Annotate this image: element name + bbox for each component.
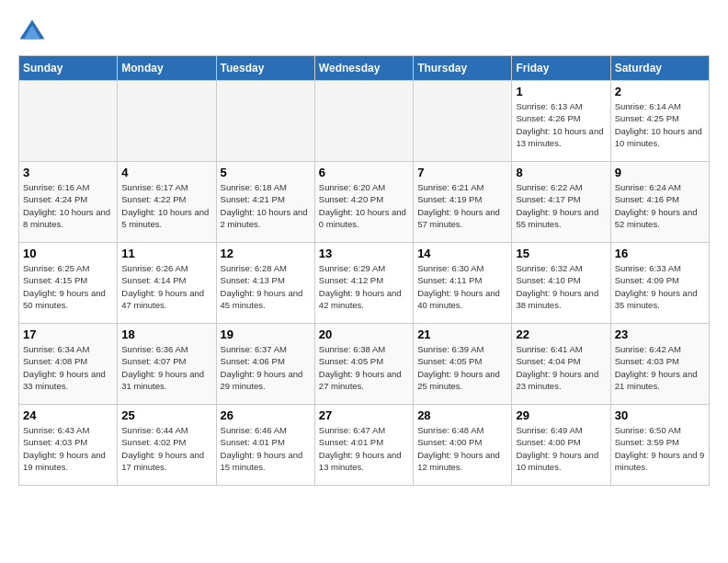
calendar-cell: 17Sunrise: 6:34 AM Sunset: 4:08 PM Dayli… xyxy=(19,324,118,405)
page-header xyxy=(18,18,710,46)
day-info: Sunrise: 6:20 AM Sunset: 4:20 PM Dayligh… xyxy=(319,181,409,230)
day-number: 20 xyxy=(319,327,409,341)
day-number: 12 xyxy=(221,247,311,260)
day-number: 5 xyxy=(221,166,311,179)
day-info: Sunrise: 6:34 AM Sunset: 4:08 PM Dayligh… xyxy=(23,343,113,392)
calendar-cell: 13Sunrise: 6:29 AM Sunset: 4:12 PM Dayli… xyxy=(314,243,413,324)
calendar-cell: 6Sunrise: 6:20 AM Sunset: 4:20 PM Daylig… xyxy=(314,162,413,243)
day-number: 21 xyxy=(417,327,507,341)
calendar-cell: 1Sunrise: 6:13 AM Sunset: 4:26 PM Daylig… xyxy=(512,81,610,162)
calendar-cell: 24Sunrise: 6:43 AM Sunset: 4:03 PM Dayli… xyxy=(19,405,118,486)
day-number: 26 xyxy=(221,408,311,422)
day-number: 11 xyxy=(121,247,211,260)
day-info: Sunrise: 6:42 AM Sunset: 4:03 PM Dayligh… xyxy=(615,343,705,392)
calendar-cell: 11Sunrise: 6:26 AM Sunset: 4:14 PM Dayli… xyxy=(118,243,216,324)
logo xyxy=(18,18,50,46)
day-number: 4 xyxy=(121,166,211,179)
day-info: Sunrise: 6:17 AM Sunset: 4:22 PM Dayligh… xyxy=(121,181,211,230)
calendar-cell: 12Sunrise: 6:28 AM Sunset: 4:13 PM Dayli… xyxy=(216,243,314,324)
calendar-cell: 26Sunrise: 6:46 AM Sunset: 4:01 PM Dayli… xyxy=(216,405,314,486)
calendar-cell: 22Sunrise: 6:41 AM Sunset: 4:04 PM Dayli… xyxy=(512,324,610,405)
day-number: 2 xyxy=(615,85,705,98)
day-number: 18 xyxy=(121,327,211,341)
day-info: Sunrise: 6:24 AM Sunset: 4:16 PM Dayligh… xyxy=(615,181,705,230)
day-info: Sunrise: 6:33 AM Sunset: 4:09 PM Dayligh… xyxy=(615,262,705,311)
calendar-cell: 20Sunrise: 6:38 AM Sunset: 4:05 PM Dayli… xyxy=(314,324,413,405)
day-info: Sunrise: 6:47 AM Sunset: 4:01 PM Dayligh… xyxy=(319,424,409,473)
calendar-cell: 23Sunrise: 6:42 AM Sunset: 4:03 PM Dayli… xyxy=(610,324,709,405)
day-info: Sunrise: 6:36 AM Sunset: 4:07 PM Dayligh… xyxy=(121,343,211,392)
calendar-cell: 30Sunrise: 6:50 AM Sunset: 3:59 PM Dayli… xyxy=(610,405,709,486)
day-info: Sunrise: 6:14 AM Sunset: 4:25 PM Dayligh… xyxy=(615,100,705,149)
calendar-cell: 19Sunrise: 6:37 AM Sunset: 4:06 PM Dayli… xyxy=(216,324,314,405)
calendar-week-row: 1Sunrise: 6:13 AM Sunset: 4:26 PM Daylig… xyxy=(19,81,710,162)
day-info: Sunrise: 6:16 AM Sunset: 4:24 PM Dayligh… xyxy=(23,181,113,230)
calendar-cell xyxy=(19,81,118,162)
day-number: 1 xyxy=(516,85,606,98)
calendar-cell: 16Sunrise: 6:33 AM Sunset: 4:09 PM Dayli… xyxy=(610,243,709,324)
day-number: 23 xyxy=(615,327,705,341)
day-info: Sunrise: 6:46 AM Sunset: 4:01 PM Dayligh… xyxy=(221,424,311,473)
day-number: 9 xyxy=(615,166,705,179)
calendar-cell: 21Sunrise: 6:39 AM Sunset: 4:05 PM Dayli… xyxy=(414,324,512,405)
calendar-cell: 8Sunrise: 6:22 AM Sunset: 4:17 PM Daylig… xyxy=(512,162,610,243)
calendar-cell xyxy=(314,81,413,162)
day-info: Sunrise: 6:44 AM Sunset: 4:02 PM Dayligh… xyxy=(121,424,211,473)
calendar-cell: 3Sunrise: 6:16 AM Sunset: 4:24 PM Daylig… xyxy=(19,162,118,243)
day-info: Sunrise: 6:48 AM Sunset: 4:00 PM Dayligh… xyxy=(417,424,507,473)
day-info: Sunrise: 6:21 AM Sunset: 4:19 PM Dayligh… xyxy=(417,181,507,230)
day-info: Sunrise: 6:30 AM Sunset: 4:11 PM Dayligh… xyxy=(417,262,507,311)
day-info: Sunrise: 6:28 AM Sunset: 4:13 PM Dayligh… xyxy=(221,262,311,311)
calendar-cell: 7Sunrise: 6:21 AM Sunset: 4:19 PM Daylig… xyxy=(414,162,512,243)
calendar-table: SundayMondayTuesdayWednesdayThursdayFrid… xyxy=(18,55,710,486)
calendar-cell: 4Sunrise: 6:17 AM Sunset: 4:22 PM Daylig… xyxy=(118,162,216,243)
calendar-cell: 5Sunrise: 6:18 AM Sunset: 4:21 PM Daylig… xyxy=(216,162,314,243)
day-number: 8 xyxy=(516,166,606,179)
calendar-cell xyxy=(118,81,216,162)
day-info: Sunrise: 6:18 AM Sunset: 4:21 PM Dayligh… xyxy=(221,181,311,230)
calendar-cell: 18Sunrise: 6:36 AM Sunset: 4:07 PM Dayli… xyxy=(118,324,216,405)
day-number: 25 xyxy=(121,408,211,422)
calendar-cell: 2Sunrise: 6:14 AM Sunset: 4:25 PM Daylig… xyxy=(610,81,709,162)
calendar-week-row: 24Sunrise: 6:43 AM Sunset: 4:03 PM Dayli… xyxy=(19,405,710,486)
weekday-header: Wednesday xyxy=(314,56,413,81)
day-number: 28 xyxy=(417,408,507,422)
calendar-week-row: 17Sunrise: 6:34 AM Sunset: 4:08 PM Dayli… xyxy=(19,324,710,405)
day-number: 27 xyxy=(319,408,409,422)
day-number: 30 xyxy=(615,408,705,422)
day-number: 15 xyxy=(516,247,606,260)
day-number: 3 xyxy=(23,166,113,179)
weekday-header: Saturday xyxy=(610,56,709,81)
day-info: Sunrise: 6:41 AM Sunset: 4:04 PM Dayligh… xyxy=(516,343,606,392)
day-info: Sunrise: 6:37 AM Sunset: 4:06 PM Dayligh… xyxy=(221,343,311,392)
day-number: 19 xyxy=(221,327,311,341)
day-info: Sunrise: 6:29 AM Sunset: 4:12 PM Dayligh… xyxy=(319,262,409,311)
calendar-cell: 9Sunrise: 6:24 AM Sunset: 4:16 PM Daylig… xyxy=(610,162,709,243)
calendar-week-row: 3Sunrise: 6:16 AM Sunset: 4:24 PM Daylig… xyxy=(19,162,710,243)
day-number: 29 xyxy=(516,408,606,422)
day-number: 22 xyxy=(516,327,606,341)
day-number: 7 xyxy=(417,166,507,179)
weekday-header: Thursday xyxy=(414,56,512,81)
calendar-cell: 10Sunrise: 6:25 AM Sunset: 4:15 PM Dayli… xyxy=(19,243,118,324)
day-info: Sunrise: 6:43 AM Sunset: 4:03 PM Dayligh… xyxy=(23,424,113,473)
day-number: 6 xyxy=(319,166,409,179)
calendar-cell: 27Sunrise: 6:47 AM Sunset: 4:01 PM Dayli… xyxy=(314,405,413,486)
day-info: Sunrise: 6:22 AM Sunset: 4:17 PM Dayligh… xyxy=(516,181,606,230)
day-info: Sunrise: 6:26 AM Sunset: 4:14 PM Dayligh… xyxy=(121,262,211,311)
day-info: Sunrise: 6:50 AM Sunset: 3:59 PM Dayligh… xyxy=(615,424,705,473)
day-number: 24 xyxy=(23,408,113,422)
day-info: Sunrise: 6:39 AM Sunset: 4:05 PM Dayligh… xyxy=(417,343,507,392)
day-number: 13 xyxy=(319,247,409,260)
calendar-header-row: SundayMondayTuesdayWednesdayThursdayFrid… xyxy=(19,56,710,81)
calendar-cell xyxy=(216,81,314,162)
calendar-cell: 25Sunrise: 6:44 AM Sunset: 4:02 PM Dayli… xyxy=(118,405,216,486)
calendar-week-row: 10Sunrise: 6:25 AM Sunset: 4:15 PM Dayli… xyxy=(19,243,710,324)
weekday-header: Monday xyxy=(118,56,216,81)
calendar-cell: 15Sunrise: 6:32 AM Sunset: 4:10 PM Dayli… xyxy=(512,243,610,324)
day-info: Sunrise: 6:38 AM Sunset: 4:05 PM Dayligh… xyxy=(319,343,409,392)
day-info: Sunrise: 6:32 AM Sunset: 4:10 PM Dayligh… xyxy=(516,262,606,311)
calendar-cell: 29Sunrise: 6:49 AM Sunset: 4:00 PM Dayli… xyxy=(512,405,610,486)
day-number: 14 xyxy=(417,247,507,260)
weekday-header: Friday xyxy=(512,56,610,81)
